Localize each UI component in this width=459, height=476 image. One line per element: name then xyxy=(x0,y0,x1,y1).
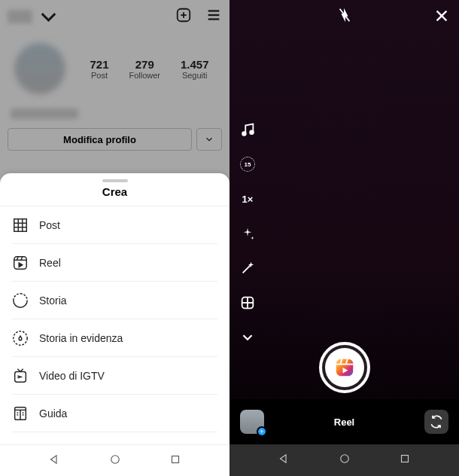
sheet-item-label: Guida xyxy=(39,407,67,420)
svg-point-35 xyxy=(250,130,254,134)
nav-home-button[interactable] xyxy=(338,452,351,468)
square-recent-icon xyxy=(169,453,182,466)
music-icon xyxy=(239,121,256,138)
effects-button[interactable] xyxy=(239,224,257,243)
flash-button[interactable] xyxy=(336,7,353,26)
plus-badge-icon: + xyxy=(257,426,267,437)
switch-camera-icon xyxy=(429,414,444,429)
android-nav-bar xyxy=(230,444,459,476)
camera-mode-label[interactable]: Reel xyxy=(334,416,354,428)
reel-shutter-icon xyxy=(333,356,356,379)
create-bottom-sheet: Crea Post Reel Storia Storia in evidenza… xyxy=(0,173,230,444)
sheet-item-story[interactable]: Storia xyxy=(12,282,217,319)
camera-topbar xyxy=(230,0,459,33)
close-icon xyxy=(433,8,450,24)
sheet-item-label: Post xyxy=(39,219,60,231)
shutter-button[interactable] xyxy=(319,342,370,393)
svg-point-34 xyxy=(242,132,246,136)
sheet-list: Post Reel Storia Storia in evidenza Vide… xyxy=(0,206,230,432)
phone-left-profile: 721 Post 279 Follower 1.457 Seguiti Modi… xyxy=(0,0,230,476)
nav-back-button[interactable] xyxy=(277,452,290,468)
sheet-item-guide[interactable]: Guida xyxy=(12,395,217,432)
sheet-item-highlight[interactable]: Storia in evidenza xyxy=(12,319,217,357)
sheet-item-post[interactable]: Post xyxy=(12,206,217,244)
touchup-button[interactable] xyxy=(239,259,257,277)
svg-marker-45 xyxy=(280,455,286,463)
sheet-item-label: Video di IGTV xyxy=(39,370,105,382)
igtv-icon xyxy=(12,368,29,384)
svg-line-36 xyxy=(243,264,251,273)
svg-point-28 xyxy=(111,455,119,463)
nav-recent-button[interactable] xyxy=(169,453,182,469)
reel-icon xyxy=(12,255,29,271)
svg-rect-47 xyxy=(402,456,409,462)
close-button[interactable] xyxy=(433,8,450,27)
gallery-button[interactable]: + xyxy=(240,410,264,434)
square-recent-icon xyxy=(398,452,412,465)
guide-icon xyxy=(12,405,29,422)
shutter-inner xyxy=(325,348,364,387)
camera-bottom-bar: + Reel xyxy=(230,399,459,444)
phone-right-camera: 15 1× + Reel xyxy=(230,0,459,476)
svg-point-16 xyxy=(14,331,27,344)
post-grid-icon xyxy=(12,217,29,233)
svg-marker-15 xyxy=(19,263,23,267)
svg-point-46 xyxy=(340,455,348,463)
speed-button[interactable]: 1× xyxy=(239,190,257,208)
sheet-item-label: Storia xyxy=(39,294,67,307)
wand-icon xyxy=(239,260,256,276)
svg-rect-11 xyxy=(14,256,27,269)
android-nav-bar xyxy=(0,444,230,476)
switch-camera-button[interactable] xyxy=(424,410,448,434)
story-icon xyxy=(12,292,29,309)
svg-rect-6 xyxy=(14,218,27,231)
triangle-back-icon xyxy=(277,452,290,465)
sheet-title: Crea xyxy=(0,185,230,206)
sparkle-icon xyxy=(239,225,256,242)
music-button[interactable] xyxy=(239,121,257,139)
triangle-back-icon xyxy=(47,453,61,466)
flash-off-icon xyxy=(336,7,353,23)
layout-button[interactable] xyxy=(239,294,257,312)
sheet-item-igtv[interactable]: Video di IGTV xyxy=(12,357,217,395)
nav-back-button[interactable] xyxy=(47,453,61,469)
timer-icon: 15 xyxy=(240,157,255,172)
sheet-item-reel[interactable]: Reel xyxy=(12,244,217,282)
sheet-item-label: Storia in evidenza xyxy=(39,332,123,344)
sheet-item-label: Reel xyxy=(39,257,61,269)
nav-recent-button[interactable] xyxy=(398,452,412,468)
circle-home-icon xyxy=(338,452,351,465)
camera-side-toolbar: 15 1× xyxy=(239,121,257,346)
chevron-down-icon xyxy=(239,329,256,346)
speed-icon: 1× xyxy=(242,194,254,205)
circle-home-icon xyxy=(108,453,122,466)
svg-marker-27 xyxy=(50,455,56,463)
svg-rect-40 xyxy=(336,359,353,377)
layout-icon xyxy=(239,294,256,311)
svg-rect-29 xyxy=(172,456,179,462)
sheet-handle[interactable] xyxy=(102,179,128,182)
story-highlight-icon xyxy=(12,330,29,346)
more-tools-button[interactable] xyxy=(239,328,257,346)
timer-button[interactable]: 15 xyxy=(239,155,257,173)
nav-home-button[interactable] xyxy=(108,453,122,469)
